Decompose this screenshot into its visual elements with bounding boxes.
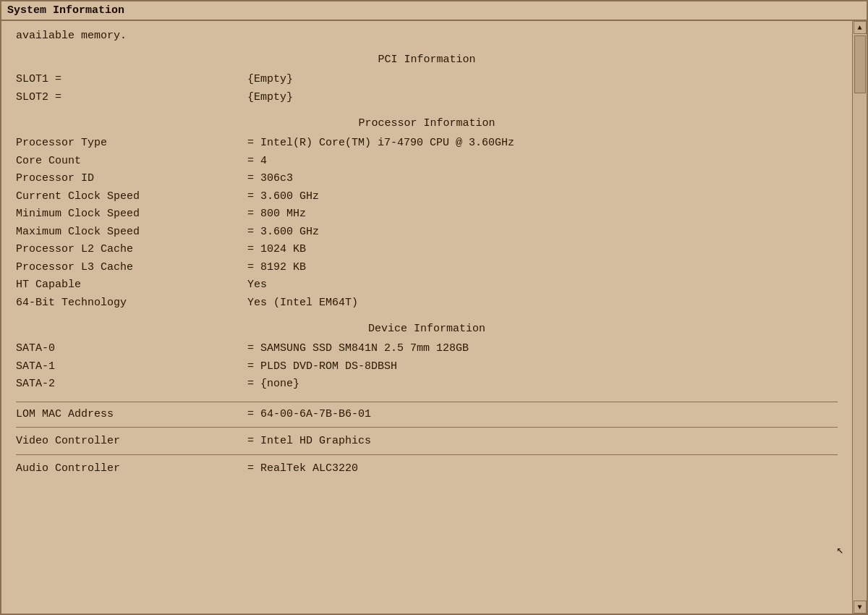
pci-section: PCI Information SLOT1 = {Empty} SLOT2 = … xyxy=(16,54,838,106)
sata0-label: SATA-0 xyxy=(16,341,247,357)
current-clock-value: = 3.600 GHz xyxy=(247,189,319,205)
device-header: Device Information xyxy=(16,323,838,335)
processor-type-label: Processor Type xyxy=(16,135,247,152)
list-item: HT Capable Yes xyxy=(16,277,838,294)
slot1-label: SLOT1 = xyxy=(16,72,247,88)
processor-section: Processor Information Processor Type = I… xyxy=(16,117,838,311)
list-item: SATA-0 = SAMSUNG SSD SM841N 2.5 7mm 128G… xyxy=(16,341,838,357)
title-bar: System Information xyxy=(1,1,867,21)
lom-section: LOM MAC Address = 64-00-6A-7B-B6-01 xyxy=(16,402,838,428)
list-item: Processor L2 Cache = 1024 KB xyxy=(16,242,838,258)
list-item: Video Controller = Intel HD Graphics xyxy=(16,433,838,450)
list-item: Core Count = 4 xyxy=(16,153,838,170)
lom-value: = 64-00-6A-7B-B6-01 xyxy=(247,407,371,423)
top-text: available memory. xyxy=(16,30,838,42)
video-section: Video Controller = Intel HD Graphics xyxy=(16,433,838,455)
processor-header: Processor Information xyxy=(16,117,838,130)
l2-cache-value: = 1024 KB xyxy=(247,242,306,258)
slot1-value: {Empty} xyxy=(247,72,293,88)
core-count-value: = 4 xyxy=(247,153,267,170)
list-item: Processor ID = 306c3 xyxy=(16,171,838,187)
divider xyxy=(16,402,838,402)
current-clock-label: Current Clock Speed xyxy=(16,189,247,205)
pci-header: PCI Information xyxy=(16,54,838,66)
divider xyxy=(16,427,838,428)
list-item: Minimum Clock Speed = 800 MHz xyxy=(16,206,838,223)
cursor-icon: ↖ xyxy=(837,543,844,557)
scroll-up-button[interactable]: ▲ xyxy=(854,21,867,34)
list-item: SLOT2 = {Empty} xyxy=(16,90,838,106)
list-item: SATA-2 = {none} xyxy=(16,376,838,393)
list-item: SATA-1 = PLDS DVD-ROM DS-8DBSH xyxy=(16,359,838,376)
audio-label: Audio Controller xyxy=(16,461,247,478)
64bit-label: 64-Bit Technology xyxy=(16,295,247,312)
l3-cache-label: Processor L3 Cache xyxy=(16,260,247,276)
sata1-value: = PLDS DVD-ROM DS-8DBSH xyxy=(247,359,397,376)
main-content: available memory. PCI Information SLOT1 … xyxy=(1,21,852,614)
sata2-value: = {none} xyxy=(247,376,299,393)
sata0-value: = SAMSUNG SSD SM841N 2.5 7mm 128GB xyxy=(247,341,469,357)
divider xyxy=(16,454,838,455)
l2-cache-label: Processor L2 Cache xyxy=(16,242,247,258)
video-value: = Intel HD Graphics xyxy=(247,433,371,450)
slot2-value: {Empty} xyxy=(247,90,293,106)
list-item: LOM MAC Address = 64-00-6A-7B-B6-01 xyxy=(16,407,838,423)
video-label: Video Controller xyxy=(16,433,247,450)
max-clock-label: Maximum Clock Speed xyxy=(16,224,247,241)
min-clock-value: = 800 MHz xyxy=(247,206,306,223)
device-section: Device Information SATA-0 = SAMSUNG SSD … xyxy=(16,323,838,393)
audio-value: = RealTek ALC3220 xyxy=(247,461,358,478)
lom-label: LOM MAC Address xyxy=(16,407,247,423)
content-area: available memory. PCI Information SLOT1 … xyxy=(1,21,867,614)
64bit-value: Yes (Intel EM64T) xyxy=(247,295,358,312)
list-item: Processor L3 Cache = 8192 KB xyxy=(16,260,838,276)
list-item: Audio Controller = RealTek ALC3220 xyxy=(16,461,838,478)
l3-cache-value: = 8192 KB xyxy=(247,260,306,276)
list-item: Maximum Clock Speed = 3.600 GHz xyxy=(16,224,838,241)
core-count-label: Core Count xyxy=(16,153,247,170)
scrollbar[interactable]: ▲ ↖ ▼ xyxy=(852,21,867,614)
list-item: SLOT1 = {Empty} xyxy=(16,72,838,88)
ht-capable-label: HT Capable xyxy=(16,277,247,294)
ht-capable-value: Yes xyxy=(247,277,267,294)
slot2-label: SLOT2 = xyxy=(16,90,247,106)
processor-id-label: Processor ID xyxy=(16,171,247,187)
processor-id-value: = 306c3 xyxy=(247,171,293,187)
window-title: System Information xyxy=(7,4,124,17)
scroll-thumb[interactable] xyxy=(854,35,866,93)
system-information-window: System Information available memory. PCI… xyxy=(0,0,868,615)
processor-type-value: = Intel(R) Core(TM) i7-4790 CPU @ 3.60GH… xyxy=(247,135,514,152)
list-item: 64-Bit Technology Yes (Intel EM64T) xyxy=(16,295,838,312)
sata1-label: SATA-1 xyxy=(16,359,247,376)
max-clock-value: = 3.600 GHz xyxy=(247,224,319,241)
audio-section: Audio Controller = RealTek ALC3220 xyxy=(16,461,838,478)
scroll-down-button[interactable]: ▼ xyxy=(854,601,867,614)
sata2-label: SATA-2 xyxy=(16,376,247,393)
min-clock-label: Minimum Clock Speed xyxy=(16,206,247,223)
list-item: Processor Type = Intel(R) Core(TM) i7-47… xyxy=(16,135,838,152)
list-item: Current Clock Speed = 3.600 GHz xyxy=(16,189,838,205)
